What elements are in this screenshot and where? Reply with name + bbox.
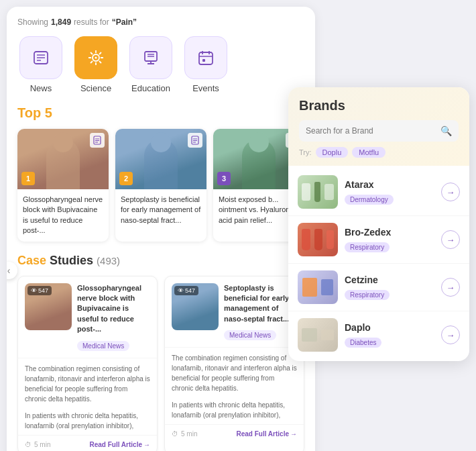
news-icon-box [19, 36, 62, 79]
svg-rect-19 [199, 52, 213, 64]
categories-row: News Science [17, 36, 304, 93]
top-card-1[interactable]: 1 Glossopharyngeal nerve block with Bupi… [17, 129, 109, 242]
card-3-badge: 3 [217, 172, 231, 185]
card-1-doc-icon [90, 133, 105, 148]
science-icon [86, 48, 105, 67]
category-education-label: Education [131, 83, 170, 93]
read-arrow-2: → [290, 430, 297, 438]
svg-line-10 [91, 52, 93, 54]
svg-rect-23 [202, 59, 205, 62]
brozedex-image [298, 223, 338, 256]
case-card-1-image: 👁547 [25, 283, 72, 330]
case-card-1-title: Glossopharyngeal nerve block with Bupiva… [77, 283, 150, 335]
science-icon-box [74, 36, 117, 79]
case-highlight: Case [17, 254, 46, 267]
case-card-1-header: 👁547 Glossopharyngeal nerve block with B… [18, 277, 157, 358]
case-card-2-desc2: In patients with chronic delta hepatitis… [165, 397, 304, 424]
case-card-2-read-link[interactable]: Read Full Article → [236, 430, 297, 438]
case-card-1-desc: The combination regimen consisting of lo… [18, 358, 157, 408]
top-card-3-title: Moist exposed b... ointment vs. Hyaluron… [219, 195, 299, 225]
results-showing: Showing [17, 17, 48, 27]
svg-line-11 [99, 61, 101, 63]
results-bar: Showing 1,849 results for “Pain” [17, 17, 304, 27]
svg-point-5 [95, 57, 97, 59]
try-label: Try: [299, 148, 312, 156]
daplo-category: Diabetes [345, 338, 381, 348]
brand-item-atarax[interactable]: Atarax Dermatology → [288, 168, 469, 216]
atarax-info: Atarax Dermatology [345, 179, 434, 205]
top-card-2-title: Septoplasty is beneficial for early mana… [121, 195, 201, 225]
category-education[interactable]: Education [127, 36, 174, 93]
case-card-2-views: 👁547 [174, 286, 198, 295]
brand-list: Atarax Dermatology → Bro-Zedex Respirato… [288, 166, 469, 361]
top-card-1-body: Glossopharyngeal nerve block with Bupiva… [17, 189, 109, 242]
brands-title: Brands [299, 98, 459, 113]
card-2-doc-icon [188, 133, 202, 148]
daplo-image [298, 318, 338, 352]
results-query: “Pain” [112, 17, 137, 27]
top-card-2-image: 2 [115, 129, 206, 189]
category-events[interactable]: Events [182, 36, 229, 93]
try-chip-doplu[interactable]: Doplu [316, 147, 349, 158]
brand-item-daplo[interactable]: Daplo Diabetes → [288, 311, 469, 358]
brozedex-info: Bro-Zedex Respiratory [345, 227, 434, 252]
case-card-1[interactable]: 👁547 Glossopharyngeal nerve block with B… [17, 276, 158, 451]
atarax-arrow[interactable]: → [441, 183, 460, 201]
category-science[interactable]: Science [72, 36, 119, 93]
case-card-1-desc2: In patients with chronic delta hepatitis… [18, 408, 157, 435]
studies-label: Studies [50, 254, 97, 267]
case-card-2-time: ⏱ 5 min [172, 430, 197, 438]
case-card-2-desc: The combination regimen consisting of lo… [165, 347, 304, 397]
case-card-1-footer: ⏱ 5 min Read Full Article → [18, 435, 157, 451]
svg-line-13 [91, 61, 93, 63]
main-panel: Showing 1,849 results for “Pain” News [7, 7, 315, 451]
brands-search-box[interactable]: 🔍 [299, 120, 459, 142]
category-news[interactable]: News [17, 36, 64, 93]
clock-icon-2: ⏱ [172, 430, 178, 438]
daplo-arrow[interactable]: → [441, 325, 460, 344]
try-chip-motflu[interactable]: Motflu [352, 147, 385, 158]
clock-icon: ⏱ [25, 441, 32, 448]
cetzine-arrow[interactable]: → [441, 278, 460, 297]
atarax-category: Dermatology [345, 195, 394, 205]
case-card-1-time: ⏱ 5 min [25, 441, 50, 448]
brozedex-arrow[interactable]: → [441, 230, 460, 249]
svg-line-12 [99, 52, 101, 54]
card-2-badge: 2 [119, 172, 133, 185]
case-card-2-info: Septoplasty is beneficial for early mana… [224, 283, 297, 341]
brand-item-cetzine[interactable]: Cetzine Respiratory → [288, 264, 469, 311]
brands-panel: Brands 🔍 Try: Doplu Motflu Atarax Dermat… [288, 87, 469, 361]
top-card-2[interactable]: 2 Septoplasty is beneficial for early ma… [115, 129, 206, 242]
cetzine-category: Respiratory [345, 290, 390, 300]
brand-item-brozedex[interactable]: Bro-Zedex Respiratory → [288, 216, 469, 264]
brands-search-input[interactable] [306, 126, 435, 136]
top-card-1-title: Glossopharyngeal nerve block with Bupiva… [23, 195, 103, 236]
top-card-2-body: Septoplasty is beneficial for early mana… [115, 189, 206, 231]
category-events-label: Events [192, 83, 219, 93]
category-news-label: News [30, 83, 52, 93]
daplo-name: Daplo [345, 322, 434, 333]
top-cards-row: 1 Glossopharyngeal nerve block with Bupi… [17, 129, 304, 242]
try-row: Try: Doplu Motflu [299, 147, 459, 158]
education-icon [141, 48, 160, 67]
brands-header: Brands 🔍 Try: Doplu Motflu [288, 87, 469, 166]
top-card-1-image: 1 [17, 129, 109, 189]
case-card-2-footer: ⏱ 5 min Read Full Article → [165, 424, 304, 443]
case-card-1-info: Glossopharyngeal nerve block with Bupiva… [77, 283, 150, 351]
read-arrow-1: → [143, 441, 150, 448]
daplo-info: Daplo Diabetes [345, 322, 434, 348]
case-card-2-title: Septoplasty is beneficial for early mana… [224, 283, 297, 325]
case-card-1-views: 👁547 [27, 286, 52, 295]
events-icon [196, 48, 215, 67]
cetzine-name: Cetzine [345, 274, 434, 285]
cetzine-image [298, 270, 338, 304]
case-card-1-read-link[interactable]: Read Full Article → [89, 441, 150, 448]
atarax-name: Atarax [345, 179, 434, 190]
brozedex-category: Respiratory [345, 242, 390, 252]
case-count: (493) [97, 255, 120, 266]
top-heading: Top 5 [17, 105, 304, 121]
section-prev-arrow[interactable]: ‹ [7, 262, 17, 279]
events-icon-box [184, 36, 227, 79]
news-icon [32, 48, 50, 67]
case-card-2[interactable]: 👁547 Septoplasty is beneficial for early… [164, 276, 304, 451]
